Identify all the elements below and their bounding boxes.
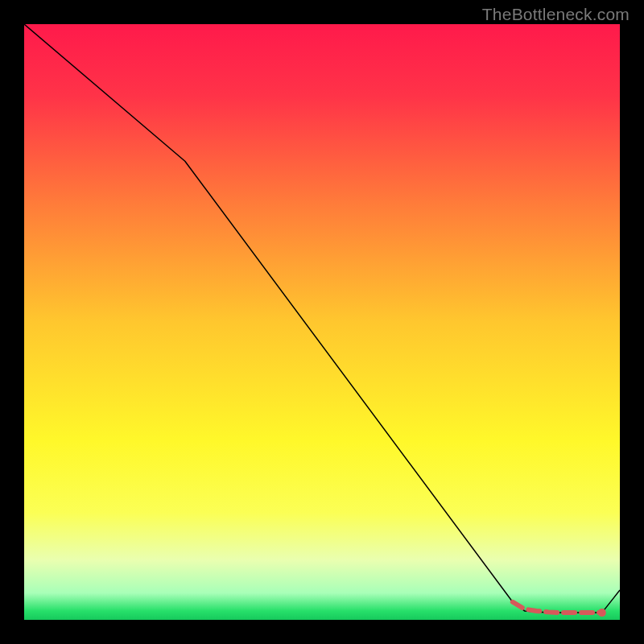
chart-stage: TheBottleneck.com [0,0,644,644]
chart-svg [24,24,620,620]
plot-area [24,24,620,620]
gradient-background [24,24,620,620]
watermark-text: TheBottleneck.com [482,5,630,24]
highlight-end-dot [598,609,606,617]
